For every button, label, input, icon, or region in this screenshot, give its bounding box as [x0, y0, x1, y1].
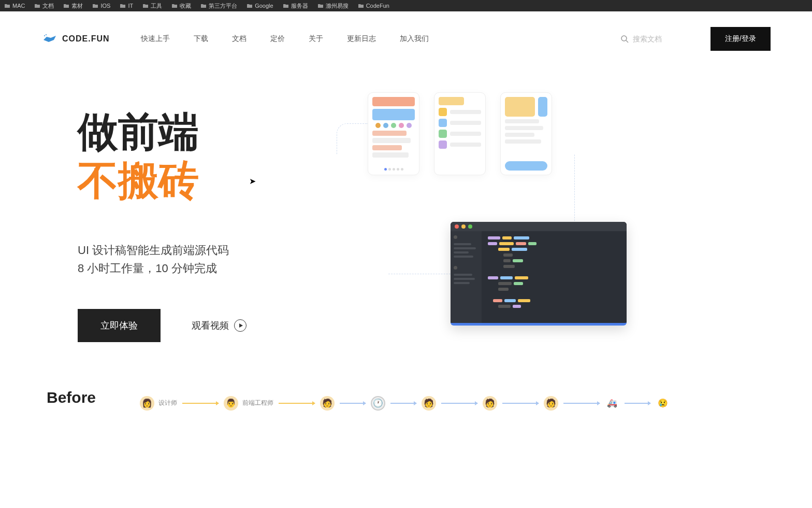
wireframe-line	[505, 139, 541, 144]
phone-wireframe-3	[500, 92, 552, 175]
logo[interactable]: CODE.FUN	[41, 33, 110, 45]
wireframe-block	[372, 97, 415, 106]
wireframe-line	[505, 119, 539, 123]
folder-icon	[120, 3, 126, 8]
sidebar-line	[454, 256, 473, 258]
bookmark-label: 文档	[42, 2, 54, 10]
logo-text: CODE.FUN	[62, 34, 110, 44]
bookmark-server[interactable]: 服务器	[283, 2, 308, 10]
folder-icon	[200, 3, 207, 8]
cta-button[interactable]: 立即体验	[78, 309, 161, 342]
nav-docs[interactable]: 文档	[232, 34, 247, 44]
sidebar-line	[454, 278, 475, 280]
avatar-icon: 🧑	[320, 396, 335, 411]
workflow-step-clock: 🕐	[371, 396, 385, 411]
pager-dot-icon	[384, 168, 387, 171]
wireframe-line	[372, 152, 409, 158]
wireframe-dots	[372, 123, 415, 128]
nav-changelog[interactable]: 更新日志	[347, 34, 376, 44]
bookmark-label: 滁州易搜	[326, 2, 349, 10]
search-input[interactable]	[633, 35, 685, 43]
pager-dots	[372, 168, 415, 171]
wireframe-line	[505, 133, 534, 137]
bookmark-mac[interactable]: MAC	[4, 3, 25, 9]
window-close-icon	[455, 224, 459, 229]
folder-icon	[317, 3, 324, 8]
wireframe-top	[505, 97, 547, 117]
workflow-label: 设计师	[158, 399, 177, 407]
workflow-step-designer: 👩 设计师	[140, 396, 177, 411]
workflow-step-cry: 😢	[656, 396, 670, 411]
watch-video-label: 观看视频	[192, 319, 229, 332]
hero-left: 做前端 不搬砖 UI 设计稿智能生成前端源代码 8 小时工作量，10 分钟完成 …	[78, 108, 326, 342]
dot-icon	[383, 123, 388, 128]
watch-video-link[interactable]: 观看视频	[192, 319, 247, 332]
signup-button[interactable]: 注册/登录	[711, 27, 771, 51]
pager-dot-icon	[393, 168, 395, 171]
pager-dot-icon	[397, 168, 399, 171]
folder-icon	[92, 3, 98, 8]
arrow-icon	[340, 403, 366, 404]
window-minimize-icon	[461, 224, 466, 229]
sidebar-line	[454, 243, 471, 245]
dot-icon	[391, 123, 396, 128]
bookmark-label: 第三方平台	[209, 2, 237, 10]
wireframe-line	[372, 131, 407, 136]
svg-point-2	[621, 36, 627, 41]
wireframe-phones	[368, 92, 552, 175]
wireframe-line	[372, 145, 402, 150]
hero-section: 做前端 不搬砖 UI 设计稿智能生成前端源代码 8 小时工作量，10 分钟完成 …	[0, 66, 812, 373]
bookmark-label: IOS	[100, 3, 110, 9]
wireframe-button	[505, 161, 547, 171]
bookmark-favorites[interactable]: 收藏	[171, 2, 191, 10]
bookmark-label: 收藏	[180, 2, 191, 10]
top-nav: CODE.FUN 快速上手 下载 文档 定价 关于 更新日志 加入我们 注册/登…	[0, 11, 812, 66]
folder-icon	[358, 3, 364, 8]
folder-icon	[34, 3, 40, 8]
square-icon	[439, 119, 447, 127]
search-icon	[620, 35, 629, 43]
svg-line-3	[626, 40, 628, 43]
connector-line	[337, 123, 368, 154]
bookmark-label: CodeFun	[366, 3, 389, 9]
wireframe-line	[505, 126, 543, 130]
sidebar-line	[454, 274, 472, 276]
bookmark-codefun[interactable]: CodeFun	[358, 3, 389, 9]
before-section: Before 👩 设计师 👨 前端工程师 🧑 🕐 🧑 🧑 🧑	[0, 373, 812, 416]
avatar-icon: 👨	[224, 396, 238, 411]
workflow-label: 前端工程师	[242, 399, 273, 407]
bookmark-docs[interactable]: 文档	[34, 2, 54, 10]
bookmark-chuzhou[interactable]: 滁州易搜	[317, 2, 349, 10]
window-maximize-icon	[468, 224, 472, 229]
bookmark-tools[interactable]: 工具	[142, 2, 162, 10]
hero-illustration	[357, 108, 734, 342]
bookmark-it[interactable]: IT	[120, 3, 133, 9]
avatar-icon: 🧑	[544, 396, 558, 411]
workflow-step: 🧑	[544, 396, 558, 411]
dot-icon	[375, 123, 381, 128]
hero-title-2: 不搬砖	[78, 157, 326, 205]
bookmark-label: IT	[128, 3, 133, 9]
wireframe-bar	[450, 132, 481, 136]
wireframe-block	[505, 97, 535, 117]
bookmark-label: 工具	[151, 2, 162, 10]
search-box[interactable]	[620, 35, 685, 43]
folder-icon	[63, 3, 69, 8]
nav-join[interactable]: 加入我们	[400, 34, 429, 44]
bookmark-assets[interactable]: 素材	[63, 2, 83, 10]
wireframe-item	[439, 108, 481, 116]
pager-dot-icon	[388, 168, 391, 171]
folder-icon	[247, 3, 253, 8]
avatar-icon: 👩	[140, 396, 154, 411]
nav-about[interactable]: 关于	[309, 34, 323, 44]
nav-quickstart[interactable]: 快速上手	[141, 34, 170, 44]
bookmark-ios[interactable]: IOS	[92, 3, 110, 9]
bookmark-google[interactable]: Google	[247, 3, 273, 9]
bookmark-third-party[interactable]: 第三方平台	[200, 2, 237, 10]
wireframe-bar	[450, 121, 481, 125]
nav-pricing[interactable]: 定价	[270, 34, 285, 44]
phone-wireframe-1	[368, 92, 419, 175]
square-icon	[439, 130, 447, 138]
sidebar-line	[454, 251, 469, 253]
nav-download[interactable]: 下载	[194, 34, 208, 44]
